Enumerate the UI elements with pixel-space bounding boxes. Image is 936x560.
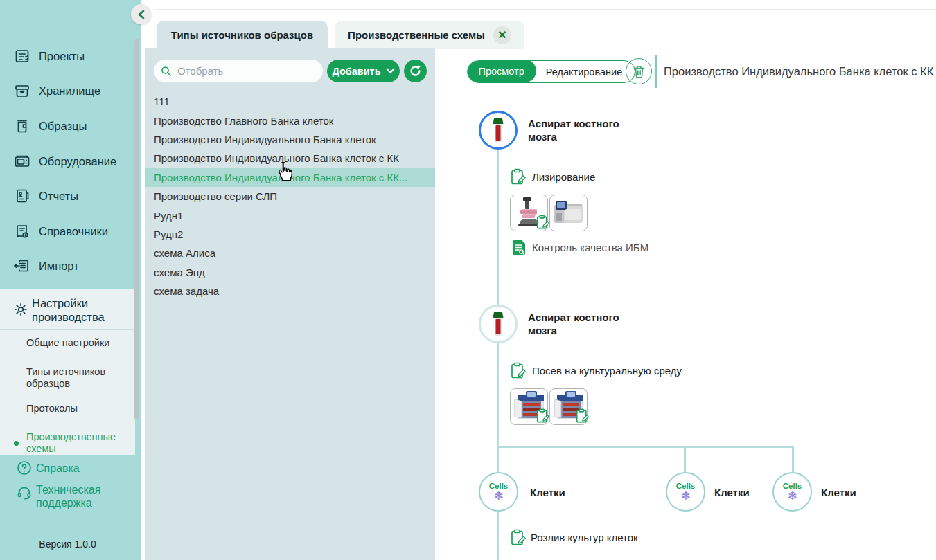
sidebar-scrollbar[interactable] (134, 39, 139, 419)
equipment-thumbnail-incubator[interactable] (549, 388, 588, 425)
trash-icon (633, 65, 645, 78)
storage-icon (14, 82, 30, 99)
search-input[interactable]: Отобрать (154, 60, 323, 82)
list-item-selected[interactable]: Производство Индивидуального Банка клето… (145, 168, 435, 187)
sidebar-item-label: Импорт (39, 260, 79, 273)
flow-step-label[interactable]: Посев на культуральную среду (532, 365, 682, 377)
flow-branch-line (497, 446, 794, 448)
sidebar-item-label: Отчеты (39, 190, 78, 203)
flow-qc-label[interactable]: Контроль качества ИБМ (532, 242, 648, 253)
clipboard-edit-icon (511, 529, 527, 549)
refresh-button[interactable] (404, 60, 427, 82)
flow-node-bone-marrow-aspirate-1[interactable] (479, 111, 518, 150)
sidebar-item-samples[interactable]: Образцы (0, 109, 135, 143)
references-icon (14, 223, 30, 240)
support-label: Техническая поддержка (36, 483, 133, 509)
flow-node-label: Аспират костного мозга (528, 311, 639, 337)
add-button[interactable]: Добавить (327, 60, 400, 82)
flow-node-bone-marrow-aspirate-2[interactable] (479, 305, 518, 343)
sidebar-item-production-schemes[interactable]: Производственные схемы (26, 431, 130, 455)
list-item[interactable]: 111 (145, 92, 435, 111)
clipboard-edit-overlay-icon (536, 215, 550, 233)
refresh-icon (409, 64, 422, 78)
list-item[interactable]: схема задача (145, 282, 435, 300)
sidebar-item-references[interactable]: Справочники (0, 215, 135, 248)
import-icon (14, 258, 30, 274)
equipment-icon (14, 153, 30, 170)
list-item[interactable]: Производство Главного Банка клеток (145, 111, 435, 129)
view-mode-edit-button[interactable]: Редактирование (536, 66, 635, 78)
app-window: Проекты Хранилище Образцы Оборудование О (0, 0, 936, 560)
flow-node-label: Аспират костного мозга (528, 117, 639, 143)
chevron-left-icon (137, 10, 145, 19)
sidebar-item-sample-source-types[interactable]: Типы источников образцов (26, 366, 130, 390)
header-divider (655, 55, 657, 88)
help-label: Справка (36, 462, 133, 475)
samples-icon (14, 118, 30, 134)
sidebar-item-label: Хранилище (39, 84, 100, 98)
active-item-dot (14, 441, 19, 446)
clipboard-edit-icon (511, 362, 527, 382)
sidebar-item-import[interactable]: Импорт (0, 249, 135, 282)
sidebar-item-protocols[interactable]: Протоколы (26, 403, 130, 415)
cells-badge: Cells (676, 482, 696, 490)
list-item[interactable]: Производство серии СЛП (145, 187, 435, 206)
delete-scheme-button[interactable] (626, 58, 652, 84)
search-icon (161, 66, 172, 77)
sidebar-item-label: Справочники (39, 225, 108, 238)
flow-node-cells-2[interactable]: Cells ❄ (666, 472, 705, 512)
list-item[interactable]: схема Энд (145, 263, 435, 282)
add-button-label: Добавить (332, 66, 380, 77)
top-divider (155, 9, 936, 10)
cells-snowflake-icon: ❄ (680, 490, 690, 503)
gear-icon (12, 301, 29, 318)
tab-production-schemes[interactable]: Производственные схемы ✕ (335, 21, 524, 49)
view-mode-toggle: Просмотр Редактирование (467, 60, 635, 83)
sidebar-item-label: Оборудование (39, 155, 116, 168)
flow-step-label[interactable]: Розлив культур клеток (531, 532, 638, 543)
sidebar-item-general-settings[interactable]: Общие настройки (26, 337, 130, 349)
sidebar-item-equipment[interactable]: Оборудование (0, 145, 135, 178)
clipboard-edit-icon (511, 168, 527, 188)
sidebar-section-title: Настройки производства (32, 296, 129, 324)
list-item[interactable]: Рудн1 (145, 206, 435, 224)
list-item[interactable]: схема Алиса (145, 244, 435, 262)
flow-connector-line (684, 447, 686, 473)
flow-connector-line (497, 512, 499, 560)
reports-icon (14, 188, 30, 204)
qc-document-icon (512, 240, 527, 259)
equipment-thumbnail-microscope[interactable] (510, 195, 548, 231)
flow-node-cells-3[interactable]: Cells ❄ (772, 472, 812, 512)
flow-connector-line (792, 447, 794, 473)
analyzer-image (550, 195, 587, 231)
close-tab-button[interactable]: ✕ (493, 26, 511, 44)
flow-node-cells-1[interactable]: Cells ❄ (479, 472, 518, 512)
help-icon (17, 460, 32, 478)
sidebar-item-label: Образцы (39, 120, 87, 133)
sidebar-item-storage[interactable]: Хранилище (0, 74, 135, 107)
sidebar-collapse-button[interactable] (131, 4, 151, 24)
flow-connector-line (497, 150, 499, 306)
list-item[interactable]: Производство Индивидуального Банка клето… (145, 130, 435, 149)
flow-step-label[interactable]: Лизирование (532, 171, 595, 183)
cells-badge: Cells (783, 482, 802, 490)
view-mode-view-button[interactable]: Просмотр (467, 60, 536, 82)
tab-label: Типы источников образцов (171, 29, 313, 41)
clipboard-edit-overlay-icon (536, 408, 550, 426)
equipment-thumbnail-analyzer[interactable] (549, 195, 588, 231)
schemes-list-panel: Отобрать Добавить 111 Производство Главн… (145, 48, 435, 560)
sidebar-item-production-settings[interactable]: Настройки производства (0, 289, 135, 330)
list-item[interactable]: Рудн2 (145, 225, 435, 244)
scheme-title: Производство Индивидуального Банка клето… (664, 65, 936, 78)
schemes-list: 111 Производство Главного Банка клеток П… (145, 92, 435, 300)
sidebar-item-reports[interactable]: Отчеты (0, 179, 135, 213)
equipment-thumbnail-incubator[interactable] (510, 388, 548, 425)
flow-node-label: Клетки (821, 486, 932, 499)
tab-label: Производственные схемы (348, 29, 485, 41)
sidebar-item-label: Проекты (39, 50, 85, 63)
chevron-down-icon (386, 68, 395, 74)
list-item[interactable]: Производство Индивидуального Банка клето… (145, 149, 435, 168)
sidebar-item-projects[interactable]: Проекты (0, 39, 135, 73)
support-icon (17, 485, 32, 503)
tab-sample-source-types[interactable]: Типы источников образцов (157, 21, 328, 49)
